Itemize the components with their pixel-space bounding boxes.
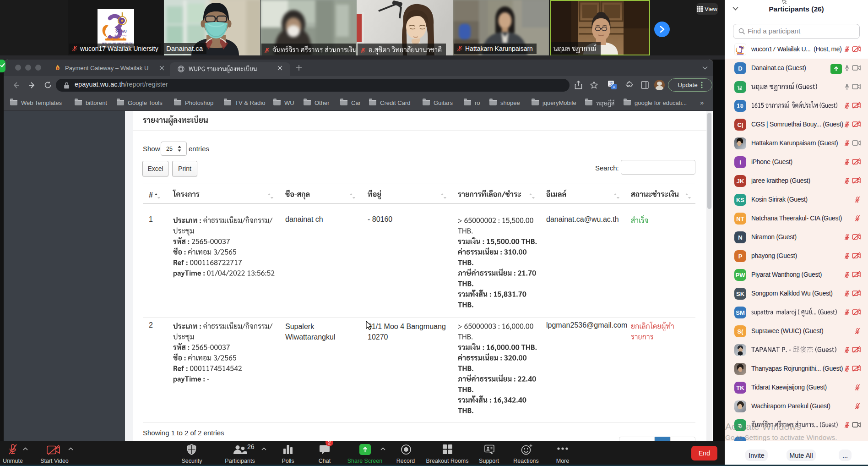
- svg-text:30: 30: [115, 28, 121, 33]
- svg-text:A: A: [613, 85, 615, 89]
- svg-text:WU: WU: [121, 30, 127, 33]
- svg-text:Anniversary: Anniversary: [114, 34, 127, 37]
